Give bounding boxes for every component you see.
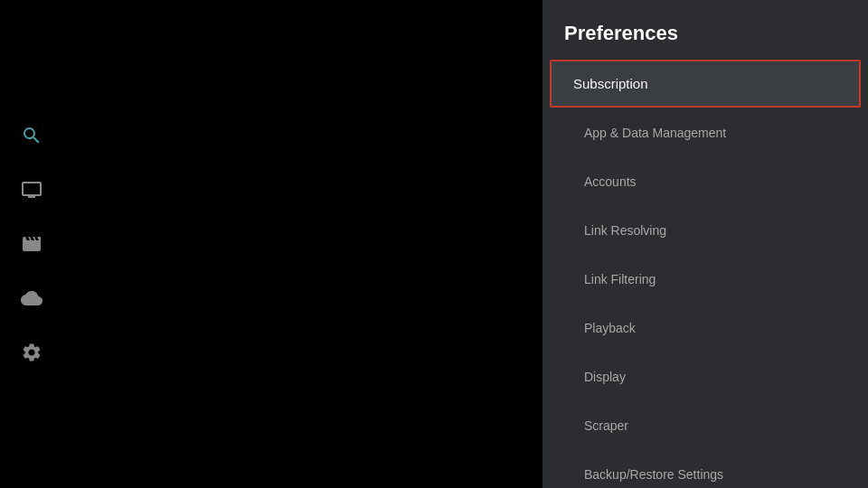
preferences-menu-list: SubscriptionApp & Data ManagementAccount… (542, 60, 868, 488)
menu-item-link-resolving[interactable]: Link Resolving (550, 207, 861, 254)
menu-item-playback[interactable]: Playback (550, 305, 861, 352)
menu-item-scraper[interactable]: Scraper (550, 402, 861, 449)
sidebar-item-settings[interactable] (17, 338, 46, 367)
preferences-title: Preferences (542, 0, 868, 60)
menu-item-display[interactable]: Display (550, 353, 861, 400)
sidebar (0, 0, 63, 488)
menu-item-app---data-management[interactable]: App & Data Management (550, 109, 861, 156)
menu-item-link-filtering[interactable]: Link Filtering (550, 256, 861, 303)
sidebar-item-movies[interactable] (17, 230, 46, 258)
preferences-panel: Preferences SubscriptionApp & Data Manag… (542, 0, 868, 488)
sidebar-item-search[interactable] (17, 121, 46, 150)
menu-item-subscription[interactable]: Subscription (550, 60, 861, 108)
left-panel (0, 0, 542, 488)
menu-item-accounts[interactable]: Accounts (550, 158, 861, 205)
sidebar-item-tv[interactable] (17, 175, 46, 204)
menu-item-backup-restore-settings[interactable]: Backup/Restore Settings (550, 451, 861, 488)
sidebar-item-cloud[interactable] (17, 284, 46, 313)
